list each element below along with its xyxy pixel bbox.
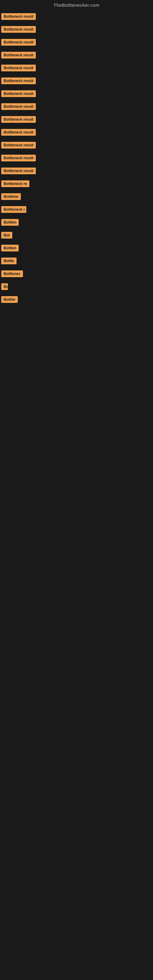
bottleneck-result-label: Bottlen — [1, 245, 19, 251]
bottleneck-result-label: Bottleneck result — [1, 26, 36, 33]
bottleneck-result-label: Bottleneck result — [1, 142, 36, 148]
list-item: Bottleneck result — [1, 11, 152, 24]
list-item: Bottleneck result — [1, 88, 152, 101]
list-item: Bottleneck result — [1, 126, 152, 139]
bottom-spacer — [0, 307, 153, 490]
bottleneck-result-label: Bottleneck result — [1, 13, 36, 20]
bottleneck-result-label: Bottlenec — [1, 270, 23, 277]
bottleneck-result-label: Bottlene — [1, 193, 21, 200]
list-item: Bottleneck result — [1, 62, 152, 75]
bottleneck-result-label: Bottleneck result — [1, 167, 36, 174]
list-item: Bottleneck result — [1, 165, 152, 178]
list-item: Bo — [1, 281, 152, 294]
bottleneck-result-label: Bottleneck result — [1, 129, 36, 136]
bottleneck-result-label: Bottleneck result — [1, 65, 36, 72]
list-item: Bottlene — [1, 191, 152, 204]
bottleneck-result-label: Bottleneck result — [1, 116, 36, 123]
list-item: Bottleneck r — [1, 204, 152, 216]
bottleneck-result-label: Bottleneck result — [1, 78, 36, 84]
bottleneck-result-label: Bottle — [1, 258, 16, 264]
items-container: Bottleneck resultBottleneck resultBottle… — [0, 11, 153, 307]
list-item: Bottleneck result — [1, 49, 152, 62]
bottleneck-result-label: Bo — [1, 283, 8, 290]
list-item: Bottleneck result — [1, 75, 152, 88]
list-item: Bottleneck result — [1, 24, 152, 37]
bottleneck-result-label: Bot — [1, 232, 12, 239]
list-item: Bottleneck result — [1, 114, 152, 126]
site-title: TheBottlenecker.com — [0, 0, 153, 11]
bottleneck-result-label: Bottlen — [1, 219, 19, 226]
bottleneck-result-label: Bottleneck r — [1, 206, 26, 213]
bottleneck-result-label: Bottleneck result — [1, 103, 36, 110]
list-item: Bottle — [1, 255, 152, 268]
list-item: Bottleneck result — [1, 101, 152, 114]
bottleneck-result-label: Bottleneck result — [1, 52, 36, 59]
bottleneck-result-label: Bottleneck result — [1, 90, 36, 97]
list-item: Bottleneck result — [1, 152, 152, 165]
list-item: Bottleneck result — [1, 37, 152, 49]
list-item: Bottleneck re — [1, 178, 152, 191]
bottleneck-result-label: Bottleneck result — [1, 155, 36, 161]
list-item: Bottlenec — [1, 268, 152, 281]
bottleneck-result-label: Bottleneck result — [1, 39, 36, 46]
list-item: Bottlen — [1, 242, 152, 255]
bottleneck-result-label: Bottleneck re — [1, 180, 29, 187]
list-item: Bot — [1, 229, 152, 242]
bottleneck-result-label: Bottler — [1, 296, 18, 303]
list-item: Bottler — [1, 294, 152, 307]
list-item: Bottlen — [1, 216, 152, 229]
list-item: Bottleneck result — [1, 139, 152, 152]
